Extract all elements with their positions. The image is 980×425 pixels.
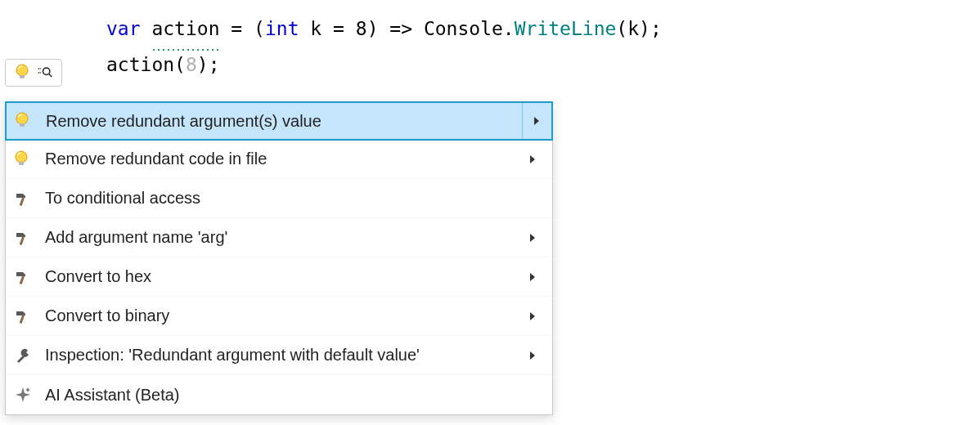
quick-fix-indicator[interactable] bbox=[5, 59, 62, 87]
menu-item-label: Remove redundant argument(s) value bbox=[46, 112, 515, 131]
menu-item-1[interactable]: Remove redundant code in file bbox=[6, 140, 552, 179]
svg-rect-7 bbox=[20, 123, 25, 127]
svg-point-4 bbox=[43, 68, 50, 74]
hammer-icon bbox=[14, 308, 45, 324]
svg-rect-9 bbox=[19, 162, 24, 165]
submenu-arrow-icon bbox=[523, 351, 542, 360]
submenu-arrow-icon bbox=[523, 233, 542, 243]
submenu-arrow-icon bbox=[523, 311, 542, 321]
submenu-arrow-icon bbox=[522, 103, 542, 139]
keyword-var: var bbox=[106, 18, 141, 39]
menu-item-5[interactable]: Convert to binary bbox=[6, 297, 552, 336]
submenu-arrow-icon bbox=[523, 154, 542, 164]
menu-item-label: To conditional access bbox=[45, 189, 523, 208]
svg-rect-11 bbox=[20, 236, 25, 244]
bulb-icon bbox=[14, 65, 30, 81]
bulb-yellow-icon bbox=[15, 112, 46, 130]
menu-item-label: Convert to hex bbox=[45, 267, 523, 286]
keyword-int: int bbox=[265, 18, 299, 39]
menu-item-label: Convert to binary bbox=[45, 306, 523, 325]
code-editor[interactable]: var action = (int k = 8) => Console.Writ… bbox=[0, 0, 980, 83]
find-icon bbox=[37, 65, 53, 81]
menu-item-0[interactable]: Remove redundant argument(s) value bbox=[5, 101, 553, 141]
identifier-action: action bbox=[151, 11, 219, 47]
sparkle-icon bbox=[14, 386, 45, 404]
submenu-arrow-icon bbox=[523, 272, 542, 282]
hammer-icon bbox=[14, 269, 45, 285]
menu-item-2[interactable]: To conditional access bbox=[6, 179, 552, 218]
svg-line-5 bbox=[49, 74, 52, 77]
menu-item-label: Inspection: 'Redundant argument with def… bbox=[45, 346, 523, 365]
menu-item-label: Remove redundant code in file bbox=[45, 150, 523, 168]
menu-item-3[interactable]: Add argument name 'arg' bbox=[6, 218, 552, 257]
svg-rect-10 bbox=[20, 197, 25, 205]
hammer-icon bbox=[14, 190, 45, 207]
svg-rect-1 bbox=[20, 75, 25, 78]
svg-rect-12 bbox=[20, 275, 25, 284]
svg-rect-13 bbox=[20, 315, 25, 323]
menu-item-4[interactable]: Convert to hex bbox=[6, 257, 552, 297]
wrench-icon bbox=[14, 347, 45, 365]
code-line-1: var action = (int k = 8) => Console.Writ… bbox=[106, 11, 980, 47]
menu-item-label: AI Assistant (Beta) bbox=[45, 386, 523, 405]
code-line-2: action(8); bbox=[106, 47, 980, 83]
redundant-argument: 8 bbox=[186, 54, 197, 75]
menu-item-label: Add argument name 'arg' bbox=[45, 228, 523, 247]
console-class: Console bbox=[424, 18, 503, 39]
bulb-yellow-icon bbox=[14, 150, 45, 168]
hammer-icon bbox=[14, 230, 45, 246]
menu-item-7[interactable]: AI Assistant (Beta) bbox=[6, 375, 552, 414]
menu-item-6[interactable]: Inspection: 'Redundant argument with def… bbox=[6, 336, 552, 375]
writeline-method: WriteLine bbox=[515, 18, 617, 39]
quick-fix-menu: Remove redundant argument(s) valueRemove… bbox=[5, 101, 553, 415]
